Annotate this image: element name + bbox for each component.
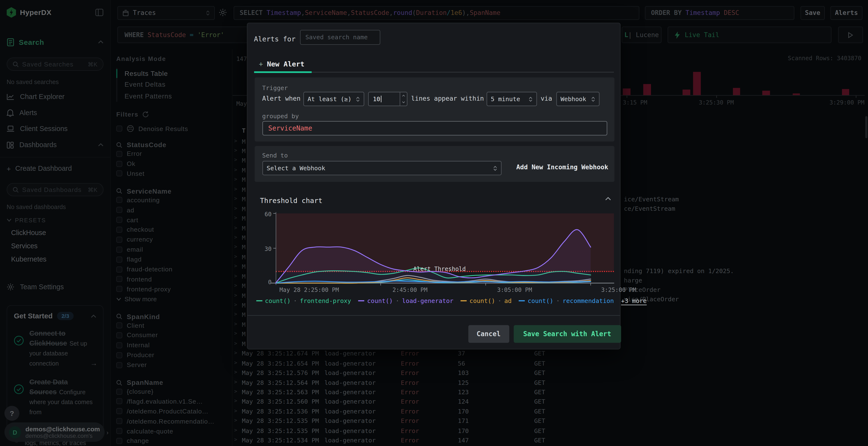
stepper-up-icon <box>400 93 407 99</box>
grouped-by-label: grouped by <box>262 113 299 120</box>
select-chevrons-icon <box>493 166 497 171</box>
trigger-panel: Trigger Alert when At least (≥) 10 lines… <box>254 77 614 142</box>
tab-new-alert[interactable]: + New Alert <box>259 60 305 68</box>
xtick-2: 3:05:00 PM <box>497 286 532 293</box>
ytick-0: 0 <box>257 279 272 286</box>
saved-search-name-placeholder: Saved search name <box>305 34 368 41</box>
lines-appear-text: lines appear within <box>411 92 484 106</box>
stepper-down-icon <box>400 99 407 106</box>
legend-item: count()·ad <box>461 298 512 305</box>
threshold-value: 10 <box>373 96 380 103</box>
ytick-30: 30 <box>257 246 272 252</box>
dialog-title: Alerts for <box>254 35 296 43</box>
xtick-0: May 28 2:25:00 PM <box>279 286 339 293</box>
send-to-label: Send to <box>262 152 288 160</box>
legend-more-button[interactable]: +3 more <box>621 298 647 305</box>
save-search-with-alert-button[interactable]: Save Search with Alert <box>514 325 621 343</box>
threshold-chart-plot <box>276 214 614 283</box>
xtick-3: 3:25:00 PM <box>601 286 636 293</box>
webhook-select[interactable]: Select a Webhook <box>262 161 501 175</box>
cancel-button[interactable]: Cancel <box>468 325 509 343</box>
comparator-select[interactable]: At least (≥) <box>303 92 364 106</box>
channel-value: Webhook <box>561 96 586 103</box>
window-value: 5 minute <box>491 96 520 103</box>
tab-label: New Alert <box>267 60 305 68</box>
number-stepper[interactable] <box>400 93 407 105</box>
via-text: via <box>540 92 552 106</box>
legend-swatch <box>358 301 364 302</box>
select-chevrons-icon <box>528 97 532 102</box>
legend-swatch <box>256 301 262 302</box>
alert-when-text: Alert when <box>262 92 301 106</box>
select-chevrons-icon <box>355 97 360 102</box>
select-chevrons-icon <box>591 97 595 102</box>
webhook-select-value: Select a Webhook <box>267 165 325 172</box>
footer-divider <box>247 315 620 316</box>
saved-search-name-input[interactable]: Saved search name <box>300 30 380 45</box>
alerts-dialog: Alerts for Saved search name + New Alert… <box>247 23 620 350</box>
trigger-label: Trigger <box>262 85 288 92</box>
legend-swatch <box>519 301 525 302</box>
threshold-chart-title: Threshold chart <box>260 197 322 205</box>
plus-icon: + <box>259 60 263 68</box>
legend-item: count()·recommendation <box>519 298 614 305</box>
grouped-by-value: ServiceName <box>268 125 312 132</box>
ytick-60: 60 <box>257 211 272 218</box>
app-window: HyperDX Search Saved Searches ⌘K No save… <box>0 0 868 446</box>
comparator-value: At least (≥) <box>308 96 351 103</box>
active-tab-indicator <box>254 71 311 73</box>
alert-threshold-label: Alert Threshold <box>413 266 466 272</box>
collapse-chart-icon[interactable] <box>605 197 611 201</box>
legend-item: count()·frontend-proxy <box>256 298 351 305</box>
channel-select[interactable]: Webhook <box>556 92 599 106</box>
add-webhook-button[interactable]: Add New Incoming Webhook <box>516 163 608 171</box>
window-select[interactable]: 5 minute <box>486 92 537 106</box>
legend-item: count()·load-generator <box>358 298 453 305</box>
chart-legend: count()·frontend-proxycount()·load-gener… <box>256 298 647 305</box>
xtick-1: 2:45:00 PM <box>393 286 428 293</box>
send-to-panel: Send to Select a Webhook Add New Incomin… <box>254 146 614 182</box>
threshold-value-input[interactable]: 10 <box>368 92 407 106</box>
text-caret <box>381 96 381 103</box>
grouped-by-input[interactable]: ServiceName <box>262 122 607 136</box>
legend-swatch <box>461 301 467 302</box>
